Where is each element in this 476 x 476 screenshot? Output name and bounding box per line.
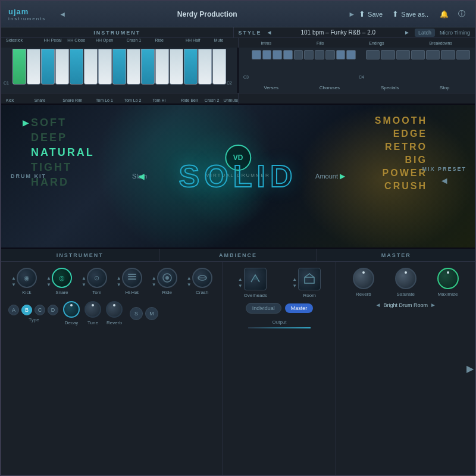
piano-key[interactable] bbox=[184, 49, 198, 84]
kick-up[interactable]: ▲ bbox=[11, 275, 16, 281]
drum-style-soft[interactable]: SOFT bbox=[31, 117, 95, 129]
style-pad[interactable] bbox=[304, 50, 314, 60]
piano-key[interactable] bbox=[12, 49, 26, 84]
drum-style-deep[interactable]: DEEP bbox=[31, 131, 95, 144]
crash-icon[interactable] bbox=[192, 268, 212, 288]
mix-retro[interactable]: RETRO bbox=[375, 142, 427, 152]
piano-key[interactable] bbox=[212, 49, 226, 84]
room-icon[interactable] bbox=[298, 268, 321, 290]
hihat-down[interactable]: ▼ bbox=[117, 282, 121, 288]
bell-icon[interactable]: 🔔 bbox=[438, 8, 450, 20]
style-pad[interactable] bbox=[283, 50, 293, 60]
piano-key[interactable] bbox=[41, 49, 55, 84]
overheads-up[interactable]: ▲ bbox=[238, 277, 243, 283]
style-pad[interactable] bbox=[381, 50, 394, 60]
drum-style-hard[interactable]: HARD bbox=[31, 176, 95, 189]
amount-arrow[interactable]: ▶ bbox=[340, 172, 345, 180]
kick-icon[interactable]: ◉ bbox=[17, 268, 37, 288]
type-b-btn[interactable]: B bbox=[21, 305, 32, 315]
room-next-btn[interactable]: ► bbox=[430, 302, 436, 308]
maximize-knob[interactable] bbox=[437, 268, 459, 289]
type-a-btn[interactable]: A bbox=[8, 305, 19, 315]
latch-button[interactable]: Latch bbox=[415, 29, 435, 37]
style-pad[interactable] bbox=[336, 50, 346, 60]
style-pad[interactable] bbox=[456, 50, 470, 60]
room-prev-btn[interactable]: ◄ bbox=[375, 302, 381, 308]
save-as-button[interactable]: ⬆ Save as.. bbox=[392, 10, 428, 18]
style-prev[interactable]: ◄ bbox=[267, 29, 273, 36]
crash-down[interactable]: ▼ bbox=[187, 282, 192, 288]
room-down[interactable]: ▼ bbox=[292, 283, 297, 289]
tom-up[interactable]: ▲ bbox=[82, 275, 86, 281]
mix-big[interactable]: BIG bbox=[375, 155, 427, 165]
master-output-btn[interactable]: Master bbox=[285, 303, 314, 313]
ride-up[interactable]: ▲ bbox=[152, 275, 156, 281]
piano-key[interactable] bbox=[141, 49, 155, 84]
master-expand-arrow[interactable]: ▶ bbox=[466, 363, 474, 374]
drum-style-natural[interactable]: NATURAL bbox=[31, 146, 95, 159]
style-pad[interactable] bbox=[294, 50, 303, 60]
piano-key[interactable] bbox=[112, 49, 126, 84]
snare-up[interactable]: ▲ bbox=[46, 275, 51, 281]
snare-icon[interactable]: ◎ bbox=[52, 268, 72, 288]
style-pad[interactable] bbox=[262, 50, 272, 60]
style-pad[interactable] bbox=[346, 50, 356, 60]
style-pad[interactable] bbox=[315, 50, 324, 60]
room-up[interactable]: ▲ bbox=[292, 277, 297, 283]
info-icon[interactable]: ⓘ bbox=[456, 8, 468, 20]
style-pad[interactable] bbox=[441, 50, 455, 60]
piano-key[interactable] bbox=[155, 49, 169, 84]
s-button[interactable]: S bbox=[130, 307, 143, 320]
kick-down[interactable]: ▼ bbox=[11, 282, 16, 288]
style-pad[interactable] bbox=[325, 50, 335, 60]
tom-down[interactable]: ▼ bbox=[82, 282, 86, 288]
piano-key[interactable] bbox=[27, 49, 40, 84]
tom-icon[interactable]: ⊙ bbox=[87, 268, 107, 288]
piano-key[interactable] bbox=[55, 49, 69, 84]
style-pad[interactable] bbox=[366, 50, 380, 60]
prev-preset-button[interactable]: ◄ bbox=[55, 10, 70, 18]
slam-arrow[interactable]: ◀ bbox=[138, 171, 145, 181]
piano-key[interactable] bbox=[70, 49, 83, 84]
note-labels-bottom: Kick Snare Snare Rim Tom Lo 1 Tom Lo 2 T… bbox=[1, 93, 475, 104]
ride-icon[interactable] bbox=[157, 268, 177, 288]
mix-power[interactable]: POWER bbox=[375, 168, 427, 178]
tune-knob[interactable] bbox=[84, 301, 101, 318]
piano-key[interactable] bbox=[84, 49, 98, 84]
overheads-icon[interactable] bbox=[244, 268, 267, 290]
ride-down[interactable]: ▼ bbox=[152, 282, 156, 288]
mix-crush[interactable]: CRUSH bbox=[375, 181, 427, 192]
overheads-label: Overheads bbox=[244, 293, 267, 298]
drum-style-tight[interactable]: TIGHT bbox=[31, 161, 95, 174]
piano-key[interactable] bbox=[170, 49, 183, 84]
snare-down[interactable]: ▼ bbox=[46, 282, 51, 288]
style-pad[interactable] bbox=[252, 50, 261, 60]
m-button[interactable]: M bbox=[145, 307, 158, 320]
crash-up[interactable]: ▲ bbox=[187, 275, 192, 281]
piano-key[interactable] bbox=[127, 49, 140, 84]
mix-preset-arrow[interactable]: ◄ bbox=[440, 176, 449, 186]
mix-edge[interactable]: EDGE bbox=[375, 129, 427, 139]
style-pad[interactable] bbox=[426, 50, 440, 60]
mix-smooth[interactable]: SMOOTH bbox=[375, 115, 427, 126]
save-button[interactable]: ⬆ Save bbox=[359, 10, 383, 18]
piano-key[interactable] bbox=[198, 49, 212, 84]
overheads-down[interactable]: ▼ bbox=[238, 283, 243, 289]
type-c-btn[interactable]: C bbox=[35, 305, 45, 315]
hihat-icon[interactable] bbox=[122, 268, 142, 288]
reverb-master-knob[interactable] bbox=[353, 268, 374, 289]
individual-output-btn[interactable]: Individual bbox=[246, 303, 281, 314]
piano-key[interactable] bbox=[98, 49, 112, 84]
style-next[interactable]: ► bbox=[404, 29, 410, 36]
decay-knob[interactable] bbox=[63, 301, 80, 318]
hihat-up[interactable]: ▲ bbox=[117, 275, 121, 281]
style-pad[interactable] bbox=[396, 50, 410, 60]
next-preset-button[interactable]: ► bbox=[345, 10, 359, 18]
style-pad[interactable] bbox=[411, 50, 425, 60]
style-pad[interactable] bbox=[273, 50, 282, 60]
play-arrow[interactable]: ▶ bbox=[23, 118, 29, 127]
type-d-btn[interactable]: D bbox=[48, 305, 58, 315]
saturate-knob[interactable] bbox=[395, 268, 416, 289]
micro-timing-button[interactable]: Micro Timing bbox=[440, 30, 470, 36]
inst-reverb-knob[interactable] bbox=[106, 301, 123, 318]
